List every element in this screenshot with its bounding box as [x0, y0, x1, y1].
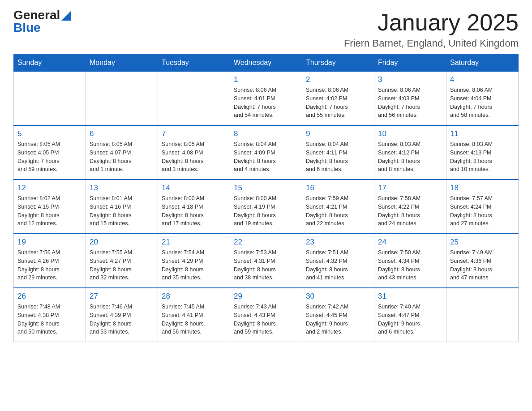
- calendar-cell: 24Sunrise: 7:50 AMSunset: 4:34 PMDayligh…: [374, 234, 446, 288]
- day-number: 17: [378, 184, 442, 193]
- title-area: January 2025 Friern Barnet, England, Uni…: [344, 9, 519, 49]
- day-info: Sunrise: 8:03 AMSunset: 4:12 PMDaylight:…: [378, 140, 442, 174]
- day-info: Sunrise: 7:49 AMSunset: 4:36 PMDaylight:…: [450, 248, 515, 282]
- day-number: 25: [450, 238, 515, 247]
- day-info: Sunrise: 7:46 AMSunset: 4:39 PMDaylight:…: [90, 303, 154, 336]
- calendar-cell: 12Sunrise: 8:02 AMSunset: 4:15 PMDayligh…: [14, 180, 86, 234]
- day-info: Sunrise: 7:58 AMSunset: 4:22 PMDaylight:…: [378, 194, 442, 228]
- calendar-cell: 19Sunrise: 7:56 AMSunset: 4:26 PMDayligh…: [14, 234, 86, 288]
- header-friday: Friday: [374, 54, 446, 72]
- calendar-cell: 14Sunrise: 8:00 AMSunset: 4:18 PMDayligh…: [158, 180, 230, 234]
- calendar-cell: 6Sunrise: 8:05 AMSunset: 4:07 PMDaylight…: [86, 125, 158, 180]
- day-number: 31: [378, 292, 442, 301]
- calendar-cell: 28Sunrise: 7:45 AMSunset: 4:41 PMDayligh…: [158, 288, 230, 342]
- calendar-cell: 17Sunrise: 7:58 AMSunset: 4:22 PMDayligh…: [374, 180, 446, 234]
- calendar-cell: 25Sunrise: 7:49 AMSunset: 4:36 PMDayligh…: [446, 234, 519, 288]
- day-info: Sunrise: 8:03 AMSunset: 4:13 PMDaylight:…: [450, 140, 515, 174]
- calendar-week-row: 12Sunrise: 8:02 AMSunset: 4:15 PMDayligh…: [14, 180, 519, 234]
- calendar-cell: 16Sunrise: 7:59 AMSunset: 4:21 PMDayligh…: [302, 180, 374, 234]
- day-info: Sunrise: 7:48 AMSunset: 4:38 PMDaylight:…: [17, 303, 82, 336]
- calendar-week-row: 19Sunrise: 7:56 AMSunset: 4:26 PMDayligh…: [14, 234, 519, 288]
- day-number: 13: [90, 184, 154, 193]
- header-thursday: Thursday: [302, 54, 374, 72]
- day-number: 8: [234, 129, 298, 138]
- day-info: Sunrise: 8:06 AMSunset: 4:03 PMDaylight:…: [378, 86, 442, 120]
- calendar-cell: [14, 72, 86, 126]
- day-number: 16: [306, 184, 370, 193]
- day-info: Sunrise: 8:06 AMSunset: 4:01 PMDaylight:…: [234, 86, 298, 120]
- calendar-cell: [446, 288, 519, 342]
- logo: General Blue: [13, 9, 71, 34]
- day-number: 30: [306, 292, 370, 301]
- day-number: 20: [90, 238, 154, 247]
- logo-blue-text: Blue: [13, 21, 41, 34]
- day-number: 26: [17, 292, 82, 301]
- svg-marker-0: [61, 11, 71, 21]
- logo-triangle-icon: [61, 11, 71, 21]
- logo-general-text: General: [13, 9, 60, 21]
- day-info: Sunrise: 7:53 AMSunset: 4:31 PMDaylight:…: [234, 248, 298, 282]
- day-info: Sunrise: 7:59 AMSunset: 4:21 PMDaylight:…: [306, 194, 370, 228]
- day-number: 27: [90, 292, 154, 301]
- header: General Blue January 2025 Friern Barnet,…: [13, 9, 519, 49]
- day-number: 1: [234, 75, 298, 84]
- day-number: 24: [378, 238, 442, 247]
- day-number: 3: [378, 75, 442, 84]
- calendar-table: Sunday Monday Tuesday Wednesday Thursday…: [13, 54, 519, 342]
- header-tuesday: Tuesday: [158, 54, 230, 72]
- day-number: 7: [162, 129, 226, 138]
- calendar-cell: 5Sunrise: 8:05 AMSunset: 4:05 PMDaylight…: [14, 125, 86, 180]
- day-number: 28: [162, 292, 226, 301]
- day-info: Sunrise: 8:02 AMSunset: 4:15 PMDaylight:…: [17, 194, 82, 228]
- calendar-cell: 3Sunrise: 8:06 AMSunset: 4:03 PMDaylight…: [374, 72, 446, 126]
- day-number: 4: [450, 75, 515, 84]
- calendar-cell: 4Sunrise: 8:06 AMSunset: 4:04 PMDaylight…: [446, 72, 519, 126]
- day-number: 6: [90, 129, 154, 138]
- day-number: 19: [17, 238, 82, 247]
- day-number: 18: [450, 184, 515, 193]
- day-info: Sunrise: 7:45 AMSunset: 4:41 PMDaylight:…: [162, 303, 226, 336]
- calendar-cell: 15Sunrise: 8:00 AMSunset: 4:19 PMDayligh…: [230, 180, 302, 234]
- header-monday: Monday: [86, 54, 158, 72]
- header-saturday: Saturday: [446, 54, 519, 72]
- calendar-week-row: 1Sunrise: 8:06 AMSunset: 4:01 PMDaylight…: [14, 72, 519, 126]
- day-info: Sunrise: 7:42 AMSunset: 4:45 PMDaylight:…: [306, 303, 370, 336]
- day-number: 10: [378, 129, 442, 138]
- day-info: Sunrise: 8:06 AMSunset: 4:02 PMDaylight:…: [306, 86, 370, 120]
- calendar-cell: [158, 72, 230, 126]
- day-info: Sunrise: 8:00 AMSunset: 4:19 PMDaylight:…: [234, 194, 298, 228]
- day-number: 2: [306, 75, 370, 84]
- day-number: 14: [162, 184, 226, 193]
- day-number: 5: [17, 129, 82, 138]
- calendar-week-row: 26Sunrise: 7:48 AMSunset: 4:38 PMDayligh…: [14, 288, 519, 342]
- calendar-cell: 9Sunrise: 8:04 AMSunset: 4:11 PMDaylight…: [302, 125, 374, 180]
- calendar-cell: 31Sunrise: 7:40 AMSunset: 4:47 PMDayligh…: [374, 288, 446, 342]
- day-number: 22: [234, 238, 298, 247]
- day-number: 21: [162, 238, 226, 247]
- day-number: 15: [234, 184, 298, 193]
- day-info: Sunrise: 8:06 AMSunset: 4:04 PMDaylight:…: [450, 86, 515, 120]
- day-info: Sunrise: 7:56 AMSunset: 4:26 PMDaylight:…: [17, 248, 82, 282]
- header-wednesday: Wednesday: [230, 54, 302, 72]
- day-number: 23: [306, 238, 370, 247]
- day-info: Sunrise: 8:04 AMSunset: 4:11 PMDaylight:…: [306, 140, 370, 174]
- day-info: Sunrise: 8:05 AMSunset: 4:08 PMDaylight:…: [162, 140, 226, 174]
- day-info: Sunrise: 7:50 AMSunset: 4:34 PMDaylight:…: [378, 248, 442, 282]
- calendar-cell: 7Sunrise: 8:05 AMSunset: 4:08 PMDaylight…: [158, 125, 230, 180]
- calendar-cell: [86, 72, 158, 126]
- day-info: Sunrise: 8:05 AMSunset: 4:05 PMDaylight:…: [17, 140, 82, 174]
- day-info: Sunrise: 8:05 AMSunset: 4:07 PMDaylight:…: [90, 140, 154, 174]
- day-number: 11: [450, 129, 515, 138]
- calendar-cell: 18Sunrise: 7:57 AMSunset: 4:24 PMDayligh…: [446, 180, 519, 234]
- day-info: Sunrise: 8:00 AMSunset: 4:18 PMDaylight:…: [162, 194, 226, 228]
- calendar-cell: 22Sunrise: 7:53 AMSunset: 4:31 PMDayligh…: [230, 234, 302, 288]
- day-info: Sunrise: 8:01 AMSunset: 4:16 PMDaylight:…: [90, 194, 154, 228]
- calendar-cell: 2Sunrise: 8:06 AMSunset: 4:02 PMDaylight…: [302, 72, 374, 126]
- calendar-cell: 8Sunrise: 8:04 AMSunset: 4:09 PMDaylight…: [230, 125, 302, 180]
- calendar-cell: 10Sunrise: 8:03 AMSunset: 4:12 PMDayligh…: [374, 125, 446, 180]
- day-info: Sunrise: 7:51 AMSunset: 4:32 PMDaylight:…: [306, 248, 370, 282]
- calendar-title: January 2025: [344, 9, 519, 36]
- day-info: Sunrise: 7:43 AMSunset: 4:43 PMDaylight:…: [234, 303, 298, 336]
- calendar-cell: 20Sunrise: 7:55 AMSunset: 4:27 PMDayligh…: [86, 234, 158, 288]
- calendar-cell: 21Sunrise: 7:54 AMSunset: 4:29 PMDayligh…: [158, 234, 230, 288]
